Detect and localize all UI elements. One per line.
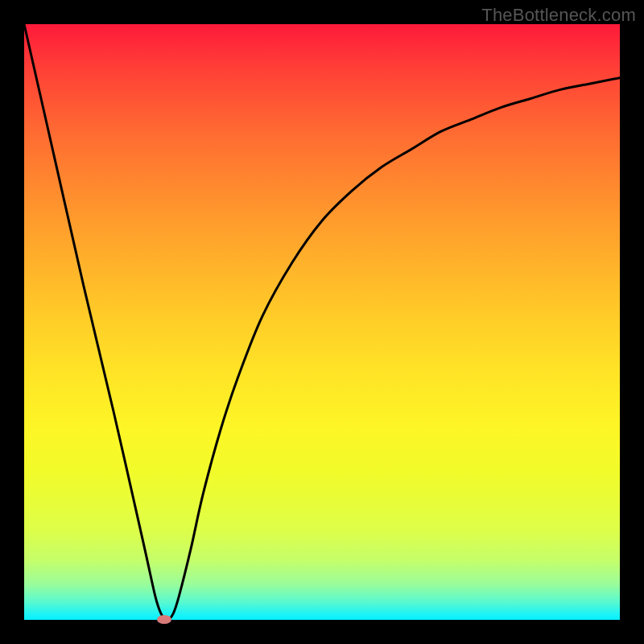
optimal-point-marker [157, 615, 171, 624]
chart-plot-area [24, 24, 620, 620]
bottleneck-curve [24, 24, 620, 620]
watermark-text: TheBottleneck.com [481, 5, 636, 26]
